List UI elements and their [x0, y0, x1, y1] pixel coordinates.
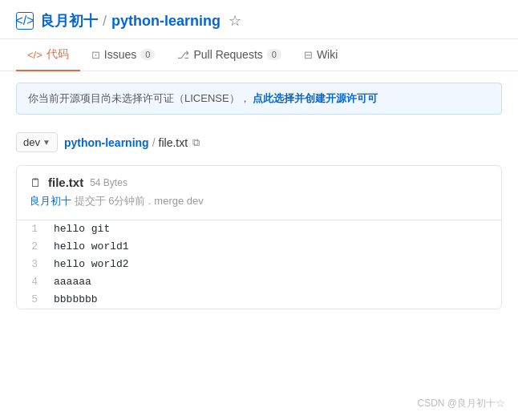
commit-author[interactable]: 良月初十	[30, 195, 71, 207]
table-row: 4aaaaaa	[17, 273, 501, 291]
branch-dropdown-icon: ▼	[42, 138, 51, 147]
issues-badge: 0	[140, 49, 155, 60]
path-row: dev ▼ python-learning / file.txt ⧉	[0, 126, 518, 159]
line-number: 3	[17, 256, 47, 273]
license-banner: 你当前开源项目尚未选择许可证（LICENSE）， 点此选择并创建开源许可可	[16, 83, 502, 115]
breadcrumb-repo[interactable]: python-learning	[64, 136, 149, 149]
line-content: hello world1	[47, 238, 136, 256]
wiki-tab-icon: ⊟	[304, 49, 313, 61]
license-link[interactable]: 点此选择并创建开源许可可	[253, 92, 378, 104]
owner-link[interactable]: 良月初十	[40, 11, 98, 30]
line-number: 2	[17, 238, 47, 256]
table-row: 2hello world1	[17, 238, 501, 256]
commit-msg: . merge dev	[148, 195, 204, 207]
repo-type-icon: </>	[16, 12, 34, 30]
line-content: hello git	[47, 220, 116, 238]
star-icon[interactable]: ☆	[229, 12, 241, 30]
breadcrumb-file: file.txt	[159, 136, 188, 149]
path-separator: /	[103, 13, 107, 30]
file-name-row: 🗒 file.txt 54 Bytes	[30, 176, 488, 189]
issues-tab-icon: ⊡	[91, 49, 100, 61]
pulls-tab-icon: ⎇	[177, 49, 189, 61]
tab-issues[interactable]: ⊡ Issues 0	[80, 40, 167, 71]
code-tab-label: 代码	[47, 47, 69, 62]
breadcrumb: python-learning / file.txt ⧉	[64, 136, 200, 149]
code-tab-icon: </>	[27, 49, 42, 61]
tab-pulls[interactable]: ⎇ Pull Requests 0	[166, 40, 293, 71]
line-number: 4	[17, 273, 47, 291]
file-header: 🗒 file.txt 54 Bytes 良月初十 提交于 6分钟前 . merg…	[17, 166, 501, 220]
page-header: </> 良月初十 / python-learning ☆	[0, 0, 518, 39]
table-row: 3hello world2	[17, 256, 501, 273]
line-number: 5	[17, 291, 47, 309]
pulls-tab-label: Pull Requests	[193, 48, 262, 61]
branch-name: dev	[23, 136, 40, 148]
commit-text: 提交于 6分钟前	[75, 195, 146, 207]
pulls-badge: 0	[267, 49, 281, 60]
file-commit-row: 良月初十 提交于 6分钟前 . merge dev	[30, 192, 488, 215]
table-row: 5bbbbbbb	[17, 291, 501, 309]
watermark: CSDN @良月初十☆	[417, 397, 505, 410]
line-content: aaaaaa	[47, 273, 98, 291]
tab-bar: </> 代码 ⊡ Issues 0 ⎇ Pull Requests 0 ⊟ Wi…	[0, 39, 518, 71]
file-size: 54 Bytes	[90, 177, 127, 188]
breadcrumb-sep: /	[152, 136, 156, 149]
line-content: bbbbbbb	[47, 291, 104, 309]
repo-link[interactable]: python-learning	[111, 13, 221, 30]
file-doc-icon: 🗒	[30, 176, 42, 189]
tab-code[interactable]: </> 代码	[16, 39, 80, 71]
copy-path-icon[interactable]: ⧉	[192, 136, 200, 149]
file-card: 🗒 file.txt 54 Bytes 良月初十 提交于 6分钟前 . merg…	[16, 165, 502, 309]
license-text: 你当前开源项目尚未选择许可证（LICENSE），	[28, 92, 250, 104]
branch-selector[interactable]: dev ▼	[16, 132, 58, 152]
wiki-tab-label: Wiki	[317, 48, 338, 61]
issues-tab-label: Issues	[104, 48, 136, 61]
code-area: 1hello git2hello world13hello world24aaa…	[17, 220, 501, 309]
file-name: file.txt	[48, 176, 83, 189]
table-row: 1hello git	[17, 220, 501, 238]
line-content: hello world2	[47, 256, 136, 273]
tab-wiki[interactable]: ⊟ Wiki	[293, 40, 349, 71]
line-number: 1	[17, 220, 47, 238]
